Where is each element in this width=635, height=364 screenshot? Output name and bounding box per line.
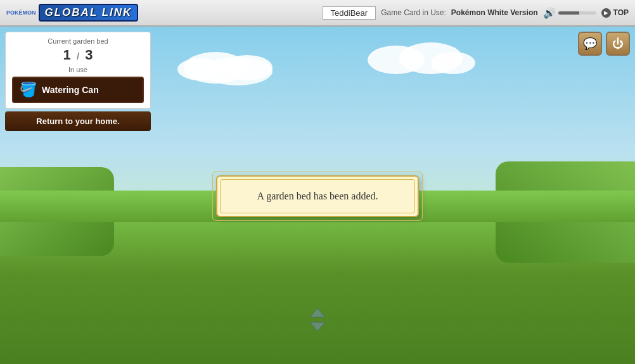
volume-icon: 🔊	[543, 7, 556, 19]
chat-icon: 💬	[583, 37, 597, 51]
header: POKÉMON GLOBAL LINK TeddiBear Game Card …	[0, 0, 635, 27]
top-button[interactable]: ▶ TOP	[601, 8, 629, 18]
top-right-buttons: 💬 ⏻	[578, 32, 630, 56]
main-scene: A garden bed has been added. Current gar…	[0, 27, 635, 364]
arrow-up-btn[interactable]	[307, 306, 328, 320]
garden-bed-count: 1 / 3	[12, 47, 144, 63]
power-button[interactable]: ⏻	[606, 32, 630, 56]
garden-bed-card: Current garden bed 1 / 3 In use 🪣 Wateri…	[5, 32, 151, 109]
return-home-button[interactable]: Return to your home.	[5, 111, 151, 131]
game-card-label: Game Card in Use:	[381, 8, 446, 17]
garden-bed-label: Current garden bed	[12, 37, 144, 45]
arrow-down-btn[interactable]	[307, 320, 328, 334]
left-panel: Current garden bed 1 / 3 In use 🪣 Wateri…	[5, 32, 151, 131]
cloud-2	[355, 39, 482, 74]
chat-button[interactable]: 💬	[578, 32, 602, 56]
svg-marker-1	[310, 322, 325, 331]
item-slot: 🪣 Watering Can	[12, 77, 144, 103]
in-use-label: In use	[12, 66, 144, 73]
watering-can-icon: 🪣	[20, 82, 37, 98]
cloud-1	[165, 46, 304, 84]
svg-marker-0	[310, 308, 325, 317]
game-card-version: Pokémon White Version	[451, 8, 538, 17]
power-icon: ⏻	[612, 37, 624, 51]
pokemon-label: POKÉMON	[6, 10, 36, 16]
notification-text: A garden bed has been added.	[257, 191, 378, 201]
navigation-arrows[interactable]	[307, 306, 328, 334]
item-name: Watering Can	[42, 85, 99, 95]
play-icon: ▶	[601, 8, 611, 18]
username-box: TeddiBear	[323, 6, 376, 20]
volume-control[interactable]: 🔊	[543, 7, 596, 19]
volume-slider-track[interactable]	[558, 11, 596, 15]
notification-box: A garden bed has been added.	[216, 175, 419, 217]
user-info: TeddiBear Game Card in Use: Pokémon Whit…	[323, 6, 629, 20]
global-link-logo: GLOBAL LINK	[39, 4, 139, 22]
logo: POKÉMON GLOBAL LINK	[6, 4, 138, 22]
slash: /	[77, 51, 79, 61]
